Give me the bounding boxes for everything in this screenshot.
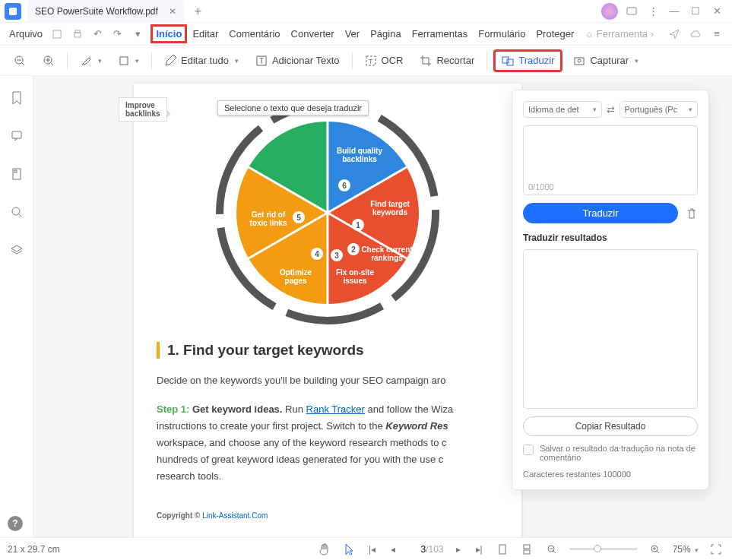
window-maximize-icon[interactable]: ☐ [685, 1, 706, 22]
menu-icon[interactable]: ≡ [706, 24, 727, 44]
edit-all-button[interactable]: Editar tudo▾ [158, 52, 245, 70]
highlight-tool[interactable]: ▾ [74, 52, 108, 70]
menu-proteger[interactable]: Proteger [531, 24, 579, 44]
svg-rect-2 [53, 30, 61, 38]
remaining-chars: Caracteres restantes 100000 [523, 470, 698, 479]
svg-rect-4 [75, 30, 80, 33]
zoom-in-status-icon[interactable] [647, 544, 664, 555]
svg-rect-23 [14, 170, 17, 172]
document-tab[interactable]: SEO PowerSuite Workflow.pdf ✕ [27, 0, 184, 23]
fullscreen-icon[interactable] [708, 544, 724, 555]
zoom-in-button[interactable] [36, 52, 61, 70]
window-close-icon[interactable]: ✕ [706, 1, 727, 22]
zoom-level[interactable]: 75% ▾ [673, 544, 699, 555]
file-menu[interactable]: Arquivo [5, 28, 47, 40]
source-text-input[interactable]: 0/1000 [523, 125, 698, 195]
svg-rect-19 [575, 58, 584, 65]
hand-tool-icon[interactable] [315, 543, 332, 555]
add-text-button[interactable]: TAdicionar Texto [249, 52, 346, 70]
menu-extra[interactable]: ☼ Ferramenta › [579, 24, 659, 44]
menu-editar[interactable]: Editar [187, 24, 223, 44]
dropdown-icon[interactable]: ▾ [128, 24, 147, 44]
prev-page-icon[interactable]: ◂ [388, 544, 398, 555]
svg-rect-0 [9, 8, 17, 15]
kebab-menu-icon[interactable]: ⋮ [642, 1, 664, 22]
svg-text:T: T [259, 57, 264, 65]
ocr-button[interactable]: TOCR [359, 52, 410, 70]
shape-tool[interactable]: ▾ [112, 52, 145, 69]
translate-action-button[interactable]: Traduzir [523, 203, 678, 223]
svg-line-9 [51, 63, 53, 65]
chat-icon[interactable] [621, 1, 642, 22]
current-page-input[interactable] [407, 544, 426, 555]
svg-text:Get rid oftoxic links: Get rid oftoxic links [250, 210, 287, 227]
svg-text:1: 1 [356, 221, 360, 229]
swap-languages-icon[interactable]: ⇄ [607, 104, 615, 115]
svg-rect-51 [499, 545, 505, 554]
zoom-out-status-icon[interactable] [543, 544, 560, 555]
undo-icon[interactable]: ↶ [87, 24, 107, 44]
add-tab-button[interactable]: + [195, 5, 201, 18]
help-button[interactable]: ? [8, 516, 23, 531]
zoom-out-button[interactable] [8, 52, 32, 70]
clear-icon[interactable] [686, 207, 698, 220]
copyright-line: Copyright © Link-Assistant.Com [157, 511, 499, 520]
send-icon[interactable] [664, 24, 685, 44]
print-icon[interactable] [68, 24, 87, 44]
svg-rect-18 [507, 59, 513, 65]
copy-result-button[interactable]: Copiar Resultado [523, 416, 698, 436]
crop-button[interactable]: Recortar [414, 52, 480, 70]
svg-rect-12 [120, 57, 128, 65]
menu-formulario[interactable]: Formulário [473, 24, 531, 44]
cloud-icon[interactable] [685, 24, 706, 44]
svg-point-24 [12, 207, 20, 215]
close-tab-icon[interactable]: ✕ [169, 6, 176, 17]
doc-heading: 1. Find your target keywords [157, 342, 499, 359]
tab-title: SEO PowerSuite Workflow.pdf [35, 6, 158, 17]
app-logo [5, 3, 21, 20]
page-dimensions: 21 x 29.7 cm [8, 544, 60, 555]
window-minimize-icon[interactable]: — [664, 1, 685, 22]
svg-text:3: 3 [334, 252, 339, 260]
menu-converter[interactable]: Converter [286, 24, 340, 44]
svg-point-20 [578, 59, 581, 62]
copyright-link[interactable]: Link-Assistant.Com [202, 511, 268, 520]
continuous-page-icon[interactable] [519, 544, 534, 555]
bookmark-icon[interactable] [8, 90, 25, 106]
svg-text:6: 6 [342, 182, 347, 190]
attachment-panel-icon[interactable] [8, 166, 25, 182]
svg-rect-1 [627, 8, 636, 14]
doc-paragraph: Step 1: Get keyword ideas. Run Rank Trac… [157, 401, 499, 485]
svg-rect-52 [524, 545, 530, 549]
comment-panel-icon[interactable] [8, 128, 25, 144]
save-icon[interactable] [47, 24, 67, 44]
menu-comentario[interactable]: Comentário [223, 24, 285, 44]
menu-inicio[interactable]: Início [151, 24, 187, 43]
zoom-slider[interactable] [569, 548, 638, 550]
last-page-icon[interactable]: ▸| [473, 544, 486, 555]
svg-text:Find targetkeywords: Find targetkeywords [370, 200, 410, 217]
next-page-icon[interactable]: ▸ [453, 544, 464, 555]
search-panel-icon[interactable] [8, 204, 25, 220]
rank-tracker-link[interactable]: Rank Tracker [306, 403, 365, 415]
menu-ver[interactable]: Ver [340, 24, 366, 44]
user-avatar[interactable] [601, 3, 618, 20]
svg-line-25 [19, 214, 21, 217]
capture-button[interactable]: Capturar▾ [567, 52, 645, 70]
svg-rect-21 [12, 131, 21, 138]
svg-text:5: 5 [296, 214, 301, 222]
layers-icon[interactable] [8, 242, 25, 258]
save-as-note-checkbox[interactable] [523, 445, 534, 455]
seo-workflow-chart: Build qualitybacklinks Find targetkeywor… [214, 99, 442, 327]
first-page-icon[interactable]: |◂ [366, 544, 379, 555]
page-indicator[interactable]: /103 [407, 544, 443, 555]
translate-button[interactable]: Traduzir [493, 49, 562, 72]
menu-ferramentas[interactable]: Ferramentas [407, 24, 474, 44]
target-language-select[interactable]: Português (Pc▾ [620, 101, 699, 118]
menu-pagina[interactable]: Página [365, 24, 406, 44]
single-page-icon[interactable] [495, 544, 510, 555]
select-tool-icon[interactable] [341, 543, 356, 555]
redo-icon[interactable]: ↷ [107, 24, 127, 44]
svg-rect-3 [74, 33, 81, 37]
source-language-select[interactable]: Idioma de det▾ [523, 101, 602, 118]
